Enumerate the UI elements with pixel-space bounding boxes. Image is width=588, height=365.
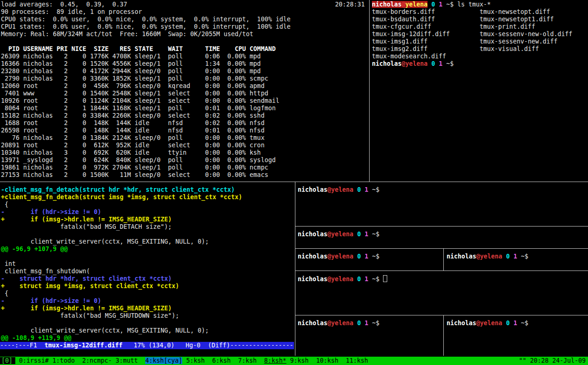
prompt-at: @ <box>327 276 331 283</box>
prompt-host: yelena <box>405 60 428 67</box>
prompt-num1: 0 <box>431 60 435 67</box>
pane-shell-5[interactable]: nicholas@yelena 0 1 ~$ <box>297 319 443 356</box>
top-summary-line: 90 processes: 89 idle, 1 on processor <box>1 8 142 15</box>
process-row: 19861 nicholas 2 0 972K 2704K sleep/1 po… <box>1 164 268 171</box>
pane-shell-6[interactable]: nicholas@yelena 0 1 ~$ <box>446 319 588 356</box>
prompt-num2: 1 <box>364 231 368 238</box>
window-tab[interactable]: 5:ksh <box>186 357 205 364</box>
prompt-num2: 1 <box>513 320 517 327</box>
prompt-user: nicholas <box>298 253 327 260</box>
prompt-num2: 1 <box>439 1 442 8</box>
pane-shell-4[interactable]: nicholas@yelena 0 1 ~$ <box>446 252 588 271</box>
diff-line: + if (imsg->hdr.len != IMSG_HEADER_SIZE) <box>1 305 172 312</box>
session-name: [0] <box>0 357 15 364</box>
window-tab[interactable]: 9:ksh <box>290 357 309 364</box>
window-tab[interactable]: 8:ksh* <box>264 357 287 364</box>
diff-line: + struct imsg *imsg, struct client_ctx *… <box>1 283 179 289</box>
shell-prompt: nicholas@yelena 0 1 ~$ <box>372 1 454 8</box>
prompt-user: nicholas <box>447 320 476 327</box>
terminal-cursor <box>383 275 387 282</box>
window-tab[interactable]: 3:mutt <box>115 357 138 364</box>
process-row: 26309 nicholas 2 0 1776K 4708K sleep/1 p… <box>1 53 261 60</box>
shell-prompt: nicholas@yelena 0 1 ~$ <box>297 319 443 327</box>
process-row: 76 nicholas 2 0 1384K 2124K sleep/0 poll… <box>1 134 264 141</box>
pane-shell-1[interactable]: nicholas@yelena 0 1 ~$ <box>297 185 588 226</box>
prompt-suffix: ~$ <box>372 231 379 238</box>
ls-command-output: nicholas@yelena 0 1 ~$ ls tmux-* tmux-bo… <box>371 0 588 68</box>
prompt-suffix: ~$ <box>521 253 528 260</box>
prompt-host: yelena <box>331 276 353 283</box>
shell-prompt: nicholas@yelena 0 1 ~$ <box>297 230 588 238</box>
pane-divider-right-2 <box>295 248 588 249</box>
prompt-num1: 0 <box>357 276 361 283</box>
emacs-modeline-filename: tmux-imsg-12diff.diff <box>45 342 122 349</box>
prompt-at: @ <box>402 1 405 8</box>
prompt-num2: 1 <box>513 253 517 260</box>
pane-shell-2[interactable]: nicholas@yelena 0 1 ~$ <box>297 230 588 248</box>
window-tab[interactable]: 6:ksh <box>212 357 230 364</box>
prompt-num2: 1 <box>439 60 442 67</box>
process-row: 27153 nicholas 2 0 1500K 11M sleep/0 sel… <box>1 171 268 178</box>
window-tab[interactable]: 4:ksh[cya] <box>145 357 182 364</box>
process-row: 12060 root 2 0 456K 796K sleep/0 kqread … <box>1 82 264 89</box>
window-tab[interactable]: 10:ksh <box>316 357 339 364</box>
pane-shell-active[interactable]: nicholas@yelena 0 1 ~$ <box>297 274 588 315</box>
prompt-suffix: ~$ <box>372 320 379 327</box>
prompt-suffix: ~$ <box>372 253 379 260</box>
process-row: 13971 _syslogd 2 0 624K 840K sleep/0 pol… <box>1 157 275 164</box>
window-list: 0:irssi# 1:todo 2:ncmpc- 3:mutt 4:ksh[cy… <box>19 357 372 364</box>
prompt-num1: 0 <box>431 1 435 8</box>
prompt-host: yelena <box>331 253 353 260</box>
diff-line: - struct hdr *hdr, struct client_ctx *cc… <box>1 275 172 282</box>
top-summary-line: CPU1 states: 0.0% user, 0.0% nice, 0.0% … <box>1 23 290 30</box>
process-row: 7401 www 2 0 1540K 2548K sleep/1 select … <box>1 90 268 97</box>
prompt-at: @ <box>327 186 331 193</box>
prompt-suffix: ~$ <box>446 60 454 67</box>
window-tab[interactable]: 0:irssi# <box>19 357 49 364</box>
prompt-at: @ <box>327 231 331 238</box>
shell-prompt: nicholas@yelena 0 1 ~$ <box>446 252 588 260</box>
prompt-at: @ <box>327 253 331 260</box>
diff-line: fatalx("bad MSG_DETACH size"); <box>1 223 172 230</box>
process-row: 26598 root 2 0 148K 144K idle nfsd 0:01 … <box>1 127 264 134</box>
diff-line: { <box>1 290 8 297</box>
pane-shell-ls[interactable]: nicholas@yelena 0 1 ~$ ls tmux-* tmux-bo… <box>371 0 588 182</box>
window-tab[interactable]: 1:todo <box>52 357 75 364</box>
diff-line: - if (hdr->size != 0) <box>1 297 101 304</box>
prompt-user: nicholas <box>298 231 327 238</box>
prompt-host: yelena <box>331 186 353 193</box>
prompt-user: nicholas <box>298 186 327 193</box>
window-tab[interactable]: 2:ncmpc- <box>82 357 112 364</box>
prompt-suffix: ~$ <box>521 320 528 327</box>
pane-divider-main-horizontal <box>0 182 588 182</box>
shell-prompt: nicholas@yelena 0 1 ~$ <box>297 185 588 194</box>
file-list-line: tmux-bsdauth.diff tmux-newsetopt1.diff <box>372 16 554 23</box>
shell-command: ls tmux-* <box>457 1 491 8</box>
shell-prompt: nicholas@yelena 0 1 ~$ <box>372 60 454 67</box>
pane-shell-3[interactable]: nicholas@yelena 0 1 ~$ <box>297 252 443 271</box>
prompt-host: yelena <box>480 253 502 260</box>
prompt-host: yelena <box>405 1 428 8</box>
prompt-suffix: ~$ <box>446 1 454 8</box>
window-tab[interactable]: 7:ksh <box>238 357 256 364</box>
prompt-num2: 1 <box>364 186 368 193</box>
top-summary-line: load averages: 0.45, 0.39, 0.37 20:28:31 <box>1 1 365 8</box>
prompt-at: @ <box>476 253 480 260</box>
pane-divider-split-2 <box>443 315 444 356</box>
window-tab[interactable]: 11:ksh <box>346 357 368 364</box>
prompt-num2: 1 <box>364 276 368 283</box>
prompt-user: nicholas <box>298 320 327 327</box>
emacs-modeline-info: 17% (134,0) Hg-0 (Diff)----------------- <box>122 342 293 349</box>
diff-line: client_msg_fn_shutdown( <box>1 268 90 275</box>
diff-line: client_write_server(cctx, MSG_EXITING, N… <box>1 327 209 334</box>
pane-emacs-diff[interactable]: -client_msg_fn_detach(struct hdr *hdr, s… <box>0 185 294 356</box>
process-row: 20891 root 2 0 612K 952K idle select 0:0… <box>1 142 264 149</box>
prompt-at: @ <box>327 320 331 327</box>
prompt-num1: 0 <box>357 253 361 260</box>
pane-top-process-monitor[interactable]: load averages: 0.45, 0.39, 0.37 20:28:31… <box>0 0 369 182</box>
file-list-line: tmux-modesearch.diff <box>372 53 479 60</box>
prompt-num1: 0 <box>357 231 361 238</box>
shell-prompt: nicholas@yelena 0 1 ~$ <box>297 274 588 283</box>
file-list-line: tmux-cfgcur.diff tmux-print.diff <box>372 23 535 30</box>
diff-line: @@ -108,9 +119,9 @@ <box>1 334 71 341</box>
